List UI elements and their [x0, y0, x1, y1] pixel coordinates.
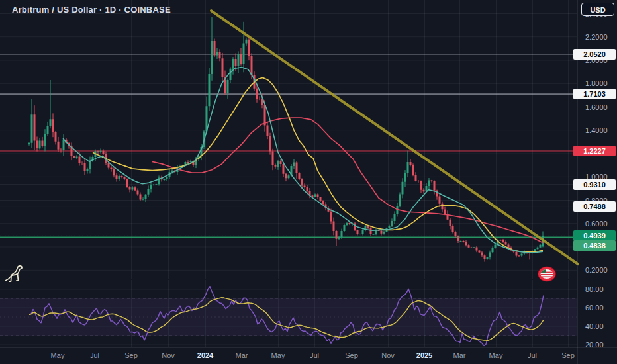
gridlines — [0, 0, 577, 347]
down-candle-bodies — [34, 40, 531, 259]
candles-layer — [28, 17, 544, 262]
time-tick-month-label: Jul — [90, 351, 99, 359]
time-tick-month-label: Nov — [162, 351, 175, 359]
trading-chart-app: Arbitrum / US Dollar · 1D · COINBASE USD… — [0, 0, 617, 364]
price-level-label: 0.4838 — [573, 240, 616, 251]
time-tick-year-label: 2025 — [416, 351, 432, 359]
rsi-tick-label: 80.00 — [577, 285, 617, 293]
time-axis[interactable]: MayJulSepNov2024MarMayJulSepNov2025MarMa… — [0, 348, 617, 364]
time-tick-month-label: Sep — [345, 351, 358, 359]
currency-toggle-button[interactable]: USD — [581, 3, 614, 16]
current-price-label: 0.4939 — [573, 230, 616, 241]
time-tick-month-label: Jul — [310, 351, 319, 359]
descending-trendline-drawing[interactable] — [211, 11, 578, 264]
price-tick-label: 1.6000 — [577, 103, 617, 111]
time-tick-month-label: Jul — [528, 351, 537, 359]
price-tick-label: 1.8000 — [577, 79, 617, 87]
price-tick-label: 0.2000 — [577, 266, 617, 274]
ma-fast-teal-line — [63, 68, 543, 253]
time-tick-month-label: Mar — [236, 351, 248, 359]
rsi-tick-label: 40.00 — [577, 322, 617, 330]
ma-mid-yellow-line — [93, 77, 543, 252]
rsi-tick-label: 60.00 — [577, 304, 617, 312]
price-level-label: 1.2227 — [573, 146, 616, 156]
price-level-label: 1.7103 — [573, 89, 616, 99]
time-tick-month-label: Sep — [561, 351, 575, 359]
price-axis[interactable]: 2.40002.20002.00001.80001.60001.40001.20… — [577, 0, 617, 348]
time-tick-month-label: May — [51, 351, 65, 359]
time-tick-month-label: May — [489, 351, 503, 359]
symbol-title: Arbitrum / US Dollar · 1D · COINBASE — [12, 5, 171, 15]
time-tick-month-label: Nov — [381, 351, 395, 359]
time-tick-month-label: May — [271, 351, 285, 359]
price-level-label: 0.7488 — [573, 201, 616, 212]
price-tick-label: 1.4000 — [577, 126, 617, 134]
price-level-label: 0.9310 — [573, 179, 616, 190]
down-candle-wicks — [34, 36, 530, 262]
flag-stripe — [540, 274, 553, 275]
dinosaur-front-leg — [17, 274, 19, 281]
up-candle-bodies — [28, 40, 544, 259]
chart-canvas[interactable] — [0, 0, 617, 364]
price-tick-label: 0.6000 — [577, 220, 617, 228]
time-tick-month-label: Mar — [453, 351, 466, 359]
time-tick-year-label: 2024 — [197, 351, 213, 359]
price-level-label: 2.0520 — [573, 49, 616, 60]
dinosaur-body — [5, 266, 22, 281]
time-tick-month-label: Sep — [124, 351, 138, 359]
rsi-band — [0, 298, 577, 336]
price-tick-label: 2.2000 — [577, 33, 617, 41]
